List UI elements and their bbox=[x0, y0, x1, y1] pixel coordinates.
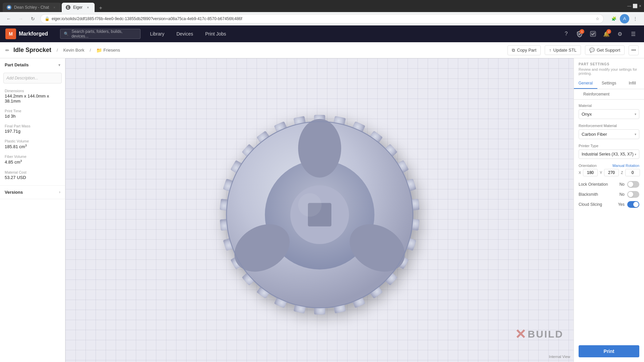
chrome-menu[interactable]: ⋮ bbox=[631, 14, 640, 23]
back-button[interactable]: ← bbox=[4, 14, 13, 23]
notification-button[interactable]: 🔔 2 bbox=[601, 28, 612, 39]
part-header: ✏ Idle Sprocket / Kevin Bork / 📁 Friesen… bbox=[0, 42, 644, 58]
versions-section: Versions › bbox=[0, 186, 65, 199]
z-axis-label: Z bbox=[621, 171, 624, 175]
checkmark-button[interactable] bbox=[588, 28, 598, 39]
lock-orientation-row: Lock Orientation No bbox=[579, 181, 639, 188]
dimensions-value: 144.2mm x 144.0mm x 38.1mm bbox=[5, 94, 60, 104]
nav-library[interactable]: Library bbox=[147, 30, 167, 38]
url-bar[interactable]: 🔒 eiger.io/solids/2ddf1885-f76b-4ee0-9ed… bbox=[40, 14, 604, 23]
tab-eiger-close[interactable]: × bbox=[85, 5, 91, 10]
settings-body: Material Onyx ▾ Reinforcement Material C… bbox=[574, 100, 644, 343]
logo-text: Markforged bbox=[19, 31, 48, 37]
nav-icons: ? 1 🔔 2 ⚙ ☰ bbox=[561, 28, 639, 39]
orientation-y-input[interactable] bbox=[604, 169, 619, 176]
folder-icon: 📁 bbox=[96, 48, 102, 53]
url-bar-icons: ☆ bbox=[596, 16, 599, 21]
copy-part-button[interactable]: ⧉ Copy Part bbox=[507, 45, 541, 55]
reinforcement-material-dropdown[interactable]: Carbon Fiber ▾ bbox=[579, 129, 639, 139]
tab-reinforcement[interactable]: Reinforcement bbox=[579, 89, 614, 99]
shield-button[interactable]: 1 bbox=[574, 28, 585, 39]
plastic-volume-value: 185.81 cm3 bbox=[5, 144, 60, 149]
tab-eiger[interactable]: E Eiger × bbox=[62, 3, 95, 12]
tab-settings[interactable]: Settings bbox=[597, 78, 621, 89]
printer-type-dropdown[interactable]: Industrial Series (X3, X5, X7) ▾ bbox=[579, 149, 639, 159]
settings-tabs-row2: Reinforcement bbox=[574, 89, 644, 100]
part-details-chevron: ▾ bbox=[58, 63, 60, 67]
breadcrumb-folder[interactable]: 📁 Friesens bbox=[96, 48, 120, 53]
profile-button[interactable]: A bbox=[620, 14, 629, 23]
support-icon: 💬 bbox=[589, 48, 595, 53]
more-actions-button[interactable]: ••• bbox=[629, 45, 639, 55]
folder-text: Friesens bbox=[103, 48, 120, 53]
browser-tabs: 💬 Dean Schley - Chat × E Eiger × + bbox=[3, 0, 105, 12]
part-details-header[interactable]: Part Details ▾ bbox=[0, 58, 65, 71]
versions-header[interactable]: Versions › bbox=[0, 186, 65, 199]
fiber-volume-value: 4.85 cm3 bbox=[5, 159, 60, 165]
material-dropdown-arrow: ▾ bbox=[635, 112, 636, 116]
get-support-button[interactable]: 💬 Get Support bbox=[585, 45, 625, 55]
edit-part-name-icon[interactable]: ✏ bbox=[5, 48, 9, 53]
extensions-button[interactable]: 🧩 bbox=[609, 14, 619, 23]
versions-chevron: › bbox=[59, 190, 60, 194]
nav-print-jobs[interactable]: Print Jobs bbox=[203, 30, 229, 38]
bookmark-icon[interactable]: ☆ bbox=[596, 16, 599, 21]
new-tab-button[interactable]: + bbox=[97, 4, 105, 12]
shield-badge: 1 bbox=[580, 29, 584, 34]
material-cost-label: Material Cost bbox=[5, 170, 60, 174]
cloud-slicing-toggle[interactable] bbox=[627, 201, 639, 208]
orientation-group: Orientation Manual Rotation X Y bbox=[579, 164, 639, 176]
nav-devices[interactable]: Devices bbox=[174, 30, 196, 38]
search-box[interactable]: 🔍 Search parts, folders, builds, devices… bbox=[60, 29, 141, 39]
orientation-x-field: X bbox=[579, 169, 598, 176]
reinforcement-material-dropdown-arrow: ▾ bbox=[635, 132, 636, 136]
browser-chrome: 💬 Dean Schley - Chat × E Eiger × + —⬜× bbox=[0, 0, 644, 12]
settings-button[interactable]: ⚙ bbox=[614, 28, 625, 39]
orientation-x-input[interactable] bbox=[583, 169, 598, 176]
svg-point-34 bbox=[298, 119, 341, 178]
update-stl-button[interactable]: ↑ Update STL bbox=[545, 45, 581, 55]
svg-point-39 bbox=[298, 193, 321, 217]
copy-part-label: Copy Part bbox=[517, 48, 536, 53]
lock-orientation-toggle[interactable] bbox=[627, 181, 639, 188]
viewport[interactable]: ✕ BUILD Internal View bbox=[65, 58, 574, 362]
material-dropdown[interactable]: Onyx ▾ bbox=[579, 109, 639, 119]
tab-chat-close[interactable]: × bbox=[52, 5, 57, 10]
print-time-value: 1d 3h bbox=[5, 114, 60, 119]
description-input[interactable]: Add Description... bbox=[3, 73, 62, 83]
left-panel: Part Details ▾ Add Description... Dimens… bbox=[0, 58, 65, 362]
tab-infill[interactable]: Infill bbox=[621, 78, 644, 89]
part-settings-title: PART SETTINGS bbox=[579, 62, 639, 66]
fiber-volume-item: Fiber Volume 4.85 cm3 bbox=[0, 153, 65, 166]
part-details-title: Part Details bbox=[5, 62, 29, 67]
blacksmith-toggle[interactable] bbox=[627, 191, 639, 198]
printer-type-dropdown-arrow: ▾ bbox=[635, 153, 636, 156]
notification-badge: 2 bbox=[606, 29, 611, 34]
update-stl-label: Update STL bbox=[553, 48, 577, 53]
get-support-label: Get Support bbox=[597, 48, 620, 53]
logo: M Markforged bbox=[5, 28, 48, 39]
tab-chat[interactable]: 💬 Dean Schley - Chat × bbox=[3, 3, 61, 12]
refresh-button[interactable]: ↻ bbox=[28, 14, 38, 23]
y-axis-label: Y bbox=[600, 171, 603, 175]
svg-rect-0 bbox=[590, 31, 596, 37]
blacksmith-row: Blacksmith No bbox=[579, 191, 639, 198]
watermark-x: ✕ bbox=[515, 326, 526, 342]
orientation-z-input[interactable] bbox=[625, 169, 640, 176]
help-button[interactable]: ? bbox=[561, 28, 572, 39]
part-details-section: Part Details ▾ Add Description... Dimens… bbox=[0, 58, 65, 186]
plastic-volume-label: Plastic Volume bbox=[5, 139, 60, 143]
print-time-label: Print Time bbox=[5, 109, 60, 113]
forward-button[interactable]: → bbox=[16, 14, 25, 23]
browser-toolbar: ← → ↻ 🔒 eiger.io/solids/2ddf1885-f76b-4e… bbox=[0, 12, 644, 25]
print-button[interactable]: Print bbox=[579, 345, 639, 357]
internal-view-label: Internal View bbox=[549, 355, 570, 359]
material-cost-item: Material Cost 53.27 USD bbox=[0, 169, 65, 181]
tab-chat-favicon: 💬 bbox=[7, 5, 11, 10]
tab-general[interactable]: General bbox=[574, 78, 597, 89]
app-container: M Markforged 🔍 Search parts, folders, bu… bbox=[0, 25, 644, 362]
manual-rotation-link[interactable]: Manual Rotation bbox=[612, 164, 639, 168]
menu-button[interactable]: ☰ bbox=[628, 28, 639, 39]
plastic-volume-item: Plastic Volume 185.81 cm3 bbox=[0, 138, 65, 150]
printer-type-group: Printer Type Industrial Series (X3, X5, … bbox=[579, 144, 639, 159]
